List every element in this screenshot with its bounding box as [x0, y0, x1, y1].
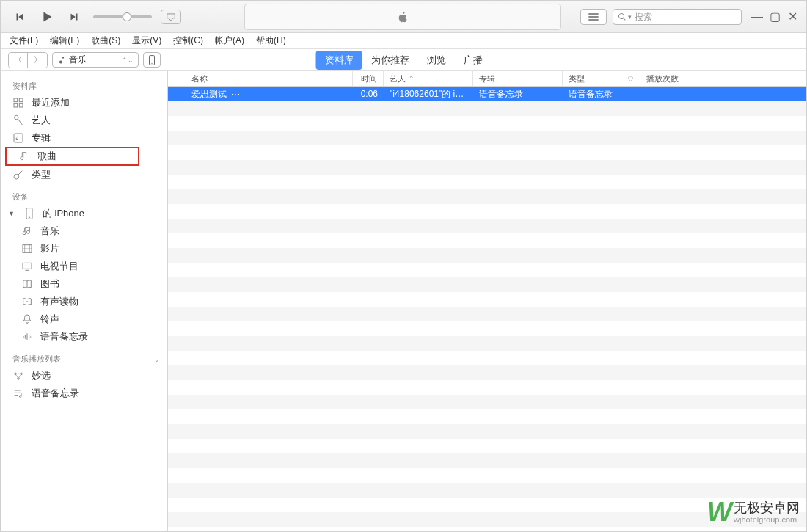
- sidebar-device-iphone[interactable]: ▼ 的 iPhone: [1, 205, 167, 222]
- svg-rect-7: [14, 134, 23, 142]
- menu-account[interactable]: 帐户(A): [212, 33, 247, 48]
- sidebar-device-tones[interactable]: 铃声: [1, 310, 167, 328]
- chevron-down-icon: ⌄: [154, 356, 160, 363]
- sidebar-item-label: 语音备忘录: [40, 330, 88, 343]
- sidebar-item-label: 有声读物: [40, 295, 78, 308]
- nav-forward-button[interactable]: 〉: [28, 53, 47, 68]
- sidebar-item-label: 类型: [32, 168, 51, 181]
- sidebar-library-header: 资料库: [1, 77, 167, 94]
- app-window: ▾ — ▢ ✕ 文件(F) 编辑(E) 歌曲(S) 显示(V) 控制(C) 帐户…: [0, 0, 807, 532]
- tab-radio[interactable]: 广播: [455, 51, 492, 70]
- svg-point-1: [151, 63, 152, 64]
- volume-control[interactable]: [93, 15, 152, 18]
- cell-album: 语音备忘录: [473, 88, 563, 101]
- search-input[interactable]: [635, 12, 745, 22]
- disclosure-triangle-icon[interactable]: ▼: [8, 210, 15, 217]
- column-album[interactable]: 专辑: [473, 71, 563, 86]
- more-icon[interactable]: ···: [231, 89, 241, 99]
- column-plays[interactable]: 播放次数: [640, 71, 806, 86]
- sidebar-item-label: 歌曲: [37, 150, 56, 163]
- tab-browse[interactable]: 浏览: [418, 51, 455, 70]
- grid-icon: [12, 97, 24, 109]
- audiobook-icon: [21, 296, 33, 307]
- previous-button[interactable]: [11, 8, 29, 26]
- svg-point-8: [14, 174, 19, 179]
- sidebar-device-tv[interactable]: 电视节目: [1, 258, 167, 275]
- sidebar-item-label: 图书: [40, 277, 59, 291]
- close-button[interactable]: ✕: [787, 12, 797, 22]
- window-buttons: — ▢ ✕: [752, 12, 797, 22]
- play-button[interactable]: [36, 6, 58, 28]
- column-genre[interactable]: 类型: [563, 71, 621, 86]
- menu-controls[interactable]: 控制(C): [170, 33, 206, 48]
- sidebar-device-books[interactable]: 图书: [1, 275, 167, 293]
- svg-point-6: [15, 115, 18, 119]
- film-icon: [21, 243, 33, 255]
- music-note-icon: [57, 56, 66, 65]
- svg-rect-5: [19, 103, 23, 107]
- volume-slider[interactable]: [93, 15, 152, 18]
- genius-icon: [12, 370, 24, 382]
- sidebar-item-label: 音乐: [40, 225, 59, 238]
- search-box[interactable]: ▾: [613, 9, 742, 25]
- now-playing-display: [244, 4, 561, 30]
- airplay-button[interactable]: [161, 10, 181, 24]
- column-name[interactable]: 名称: [168, 71, 353, 86]
- chevron-updown-icon: ⌃⌄: [122, 57, 134, 64]
- menu-view[interactable]: 显示(V): [129, 33, 164, 48]
- svg-rect-4: [14, 103, 18, 107]
- sidebar-item-songs[interactable]: 歌曲: [5, 147, 139, 166]
- row-stripes: [168, 87, 806, 531]
- device-button[interactable]: [143, 52, 161, 68]
- column-time[interactable]: 时间: [353, 71, 384, 86]
- sidebar-item-label: 铃声: [40, 313, 59, 326]
- sidebar-device-voicememos[interactable]: 语音备忘录: [1, 328, 167, 346]
- tab-library[interactable]: 资料库: [316, 51, 362, 70]
- sidebar-item-genres[interactable]: 类型: [1, 166, 167, 183]
- sidebar-device-music[interactable]: 音乐: [1, 222, 167, 240]
- svg-rect-3: [19, 98, 23, 102]
- cell-name: 爱思测试···: [168, 88, 353, 101]
- watermark-logo-icon: W: [707, 497, 728, 528]
- menu-file[interactable]: 文件(F): [7, 33, 41, 48]
- menu-help[interactable]: 帮助(H): [253, 33, 289, 48]
- svg-point-13: [15, 373, 17, 375]
- tab-for-you[interactable]: 为你推荐: [362, 51, 418, 70]
- menu-song[interactable]: 歌曲(S): [88, 33, 123, 48]
- sidebar: 资料库 最近添加 艺人 专辑 歌曲: [1, 71, 168, 531]
- sidebar-device-movies[interactable]: 影片: [1, 240, 167, 258]
- sidebar-item-albums[interactable]: 专辑: [1, 129, 167, 147]
- book-icon: [21, 278, 33, 290]
- note-icon: [21, 225, 33, 237]
- media-type-label: 音乐: [69, 54, 87, 66]
- column-artist[interactable]: 艺人: [384, 71, 473, 86]
- playback-controls: [1, 6, 83, 28]
- table-row[interactable]: 爱思测试··· 0:06 "i418062601"的 iPh… 语音备忘录 语音…: [168, 87, 806, 101]
- media-type-selector[interactable]: 音乐 ⌃⌄: [52, 52, 139, 68]
- volume-thumb[interactable]: [123, 12, 131, 21]
- sidebar-playlist-genius[interactable]: 妙选: [1, 367, 167, 385]
- sidebar-device-audiobooks[interactable]: 有声读物: [1, 293, 167, 310]
- body: 资料库 最近添加 艺人 专辑 歌曲: [1, 71, 806, 531]
- sidebar-item-artists[interactable]: 艺人: [1, 112, 167, 129]
- table-body[interactable]: 爱思测试··· 0:06 "i418062601"的 iPh… 语音备忘录 语音…: [168, 87, 806, 531]
- column-love[interactable]: [621, 71, 640, 86]
- menu-edit[interactable]: 编辑(E): [47, 33, 82, 48]
- search-dropdown-icon[interactable]: ▾: [628, 13, 632, 21]
- nav-back-button[interactable]: 〈: [9, 53, 28, 68]
- sidebar-item-recent[interactable]: 最近添加: [1, 94, 167, 112]
- table-header: 名称 时间 艺人 专辑 类型 播放次数: [168, 71, 806, 87]
- sidebar-playlist-voicememos[interactable]: 语音备忘录: [1, 385, 167, 402]
- view-tabs: 资料库 为你推荐 浏览 广播: [316, 51, 492, 70]
- list-view-button[interactable]: [580, 9, 607, 25]
- next-button[interactable]: [65, 8, 83, 26]
- minimize-button[interactable]: —: [752, 12, 762, 22]
- sidebar-item-label: 艺人: [32, 114, 51, 127]
- sidebar-playlists-header[interactable]: 音乐播放列表 ⌄: [1, 350, 167, 367]
- cell-time: 0:06: [353, 89, 384, 99]
- player-bar: ▾ — ▢ ✕: [1, 1, 806, 33]
- sidebar-item-label: 影片: [40, 242, 59, 255]
- phone-icon: [148, 55, 156, 65]
- apple-logo-icon: [395, 10, 410, 24]
- maximize-button[interactable]: ▢: [770, 12, 780, 22]
